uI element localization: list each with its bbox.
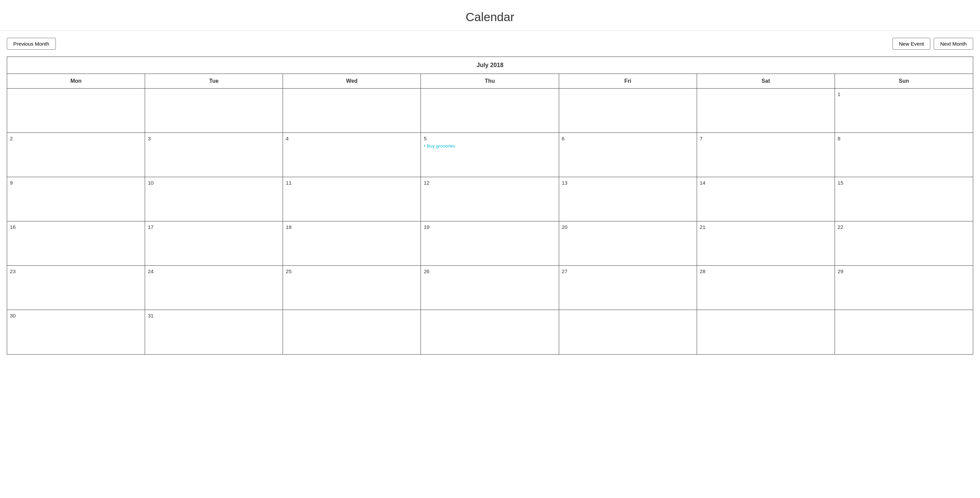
day-number: 8	[838, 135, 970, 142]
day-name-wed: Wed	[283, 74, 421, 88]
calendar-cell[interactable]: 6	[559, 133, 697, 177]
calendar-cell[interactable]: 9	[7, 177, 145, 221]
calendar-cell[interactable]: 3	[145, 133, 283, 177]
calendar-cell[interactable]: 5Buy groceries	[421, 133, 559, 177]
calendar-cell[interactable]: 27	[559, 266, 697, 310]
calendar-cell[interactable]: 20	[559, 221, 697, 266]
day-number: 28	[700, 269, 832, 274]
calendar-cell[interactable]	[421, 89, 559, 133]
page-title: Calendar	[0, 0, 980, 31]
day-number: 6	[562, 135, 694, 142]
calendar-cell[interactable]: 19	[421, 221, 559, 266]
day-number: 31	[148, 313, 280, 318]
new-event-button[interactable]: New Event	[892, 38, 930, 50]
calendar-grid: 12345Buy groceries6789101112131415161718…	[7, 89, 973, 354]
toolbar: Previous Month New Event Next Month	[0, 38, 980, 57]
calendar-month-header: July 2018	[7, 57, 973, 74]
calendar-cell[interactable]	[559, 310, 697, 354]
calendar-cell[interactable]	[145, 89, 283, 133]
day-number: 3	[148, 135, 280, 142]
day-number: 18	[286, 224, 418, 230]
day-number: 14	[700, 180, 832, 186]
next-month-button[interactable]: Next Month	[934, 38, 973, 50]
calendar-cell[interactable]	[7, 89, 145, 133]
day-number: 9	[10, 180, 142, 186]
calendar-cell[interactable]: 15	[835, 177, 973, 221]
day-number: 29	[838, 269, 970, 274]
day-number: 19	[423, 224, 556, 230]
prev-month-button[interactable]: Previous Month	[7, 38, 56, 50]
day-name-tue: Tue	[145, 74, 283, 88]
day-number: 13	[562, 180, 694, 186]
calendar-cell[interactable]: 23	[7, 266, 145, 310]
calendar-cell[interactable]: 28	[697, 266, 835, 310]
day-number: 11	[286, 180, 418, 186]
day-name-fri: Fri	[559, 74, 697, 88]
day-number: 1	[838, 91, 970, 97]
calendar-cell[interactable]: 14	[697, 177, 835, 221]
toolbar-right: New Event Next Month	[892, 38, 973, 50]
day-number: 23	[10, 269, 142, 274]
day-name-sun: Sun	[835, 74, 973, 88]
event-item[interactable]: Buy groceries	[423, 143, 556, 148]
calendar-cell[interactable]: 21	[697, 221, 835, 266]
calendar-cell[interactable]: 11	[283, 177, 421, 221]
day-number: 30	[10, 313, 142, 318]
calendar-cell[interactable]: 24	[145, 266, 283, 310]
calendar-cell[interactable]	[421, 310, 559, 354]
calendar-cell[interactable]: 22	[835, 221, 973, 266]
calendar-cell[interactable]: 25	[283, 266, 421, 310]
calendar-cell[interactable]	[835, 310, 973, 354]
calendar-cell[interactable]: 8	[835, 133, 973, 177]
day-number: 25	[286, 269, 418, 274]
calendar-cell[interactable]: 1	[835, 89, 973, 133]
calendar-cell[interactable]	[283, 310, 421, 354]
day-number: 20	[562, 224, 694, 230]
calendar-cell[interactable]: 2	[7, 133, 145, 177]
day-name-sat: Sat	[697, 74, 835, 88]
day-number: 21	[700, 224, 832, 230]
calendar-days-header: MonTueWedThuFriSatSun	[7, 74, 973, 89]
day-number: 7	[700, 135, 832, 142]
day-number: 15	[838, 180, 970, 186]
calendar-cell[interactable]: 18	[283, 221, 421, 266]
calendar-cell[interactable]: 10	[145, 177, 283, 221]
calendar-cell[interactable]: 30	[7, 310, 145, 354]
day-number: 26	[423, 269, 556, 274]
calendar-cell[interactable]: 17	[145, 221, 283, 266]
day-number: 22	[838, 224, 970, 230]
day-number: 4	[286, 135, 418, 142]
calendar-cell[interactable]: 7	[697, 133, 835, 177]
day-number: 12	[423, 180, 556, 186]
day-number: 24	[148, 269, 280, 274]
calendar-cell[interactable]: 16	[7, 221, 145, 266]
calendar-cell[interactable]: 13	[559, 177, 697, 221]
calendar: July 2018 MonTueWedThuFriSatSun 12345Buy…	[7, 57, 973, 355]
day-number: 16	[10, 224, 142, 230]
day-number: 10	[148, 180, 280, 186]
calendar-cell[interactable]	[283, 89, 421, 133]
calendar-cell[interactable]: 12	[421, 177, 559, 221]
calendar-cell[interactable]	[559, 89, 697, 133]
day-number: 2	[10, 135, 142, 142]
day-number: 17	[148, 224, 280, 230]
day-name-thu: Thu	[421, 74, 559, 88]
calendar-cell[interactable]	[697, 310, 835, 354]
calendar-cell[interactable]	[697, 89, 835, 133]
calendar-cell[interactable]: 29	[835, 266, 973, 310]
day-number: 5	[423, 135, 556, 142]
calendar-cell[interactable]: 31	[145, 310, 283, 354]
calendar-cell[interactable]: 4	[283, 133, 421, 177]
day-name-mon: Mon	[7, 74, 145, 88]
calendar-cell[interactable]: 26	[421, 266, 559, 310]
day-number: 27	[562, 269, 694, 274]
